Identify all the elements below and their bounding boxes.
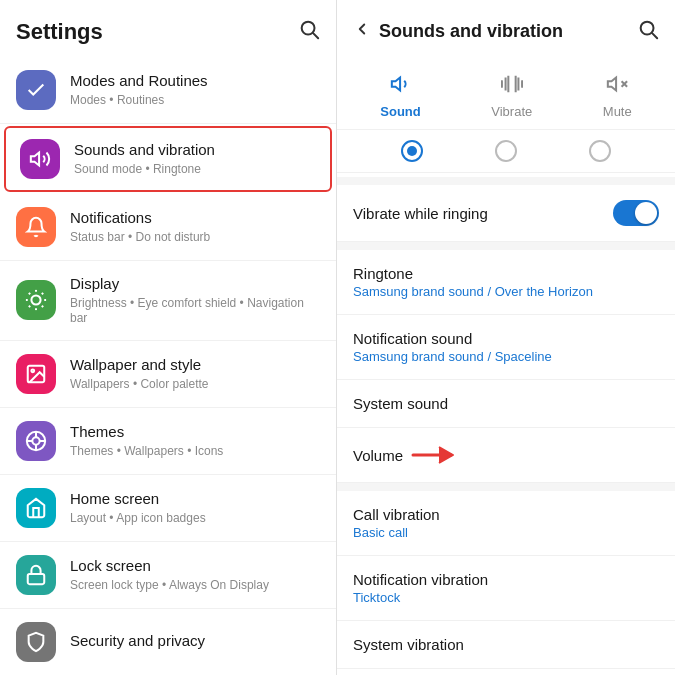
call-vibration-row[interactable]: Call vibration Basic call — [337, 491, 675, 556]
back-button[interactable] — [353, 20, 371, 43]
settings-header: Settings — [0, 0, 336, 57]
sidebar-item-themes[interactable]: Themes Themes • Wallpapers • Icons — [0, 408, 336, 475]
volume-arrow — [411, 443, 459, 467]
notifications-title: Notifications — [70, 208, 320, 228]
lock-icon — [16, 555, 56, 595]
tab-mute[interactable]: Mute — [583, 69, 652, 129]
sidebar-item-security[interactable]: Security and privacy — [0, 609, 336, 675]
home-icon — [16, 488, 56, 528]
radio-vibrate[interactable] — [495, 140, 517, 162]
sounds-subtitle: Sound mode • Ringtone — [74, 162, 316, 178]
security-title: Security and privacy — [70, 631, 320, 651]
sounds-panel-title: Sounds and vibration — [379, 21, 563, 42]
wallpaper-subtitle: Wallpapers • Color palette — [70, 377, 320, 393]
vibrate-ringing-toggle[interactable] — [613, 200, 659, 226]
svg-marker-23 — [391, 78, 399, 91]
display-title: Display — [70, 274, 320, 294]
settings-panel: Settings Modes and Routines Modes • Rout… — [0, 0, 337, 675]
notification-sound-row[interactable]: Notification sound Samsung brand sound /… — [337, 315, 675, 380]
notification-vibration-title: Notification vibration — [353, 571, 659, 588]
vibrate-ringing-label: Vibrate while ringing — [353, 205, 613, 222]
divider-1 — [337, 177, 675, 185]
system-sound-title: System sound — [353, 395, 659, 412]
security-icon — [16, 622, 56, 662]
svg-line-6 — [29, 293, 30, 294]
svg-point-13 — [31, 369, 34, 372]
svg-line-11 — [42, 293, 43, 294]
vibrate-tab-icon — [501, 73, 523, 100]
radio-sound[interactable] — [401, 140, 423, 162]
system-vibration-row[interactable]: System vibration — [337, 621, 675, 669]
sidebar-item-notifications[interactable]: Notifications Status bar • Do not distur… — [0, 194, 336, 261]
svg-line-22 — [652, 33, 657, 38]
tab-mute-label: Mute — [603, 104, 632, 119]
sidebar-item-modes[interactable]: Modes and Routines Modes • Routines — [0, 57, 336, 124]
modes-title: Modes and Routines — [70, 71, 320, 91]
themes-title: Themes — [70, 422, 320, 442]
svg-line-7 — [42, 306, 43, 307]
themes-subtitle: Themes • Wallpapers • Icons — [70, 444, 320, 460]
vibrate-while-ringing-row[interactable]: Vibrate while ringing — [337, 185, 675, 242]
radio-mute[interactable] — [589, 140, 611, 162]
sounds-search-icon[interactable] — [637, 18, 659, 45]
call-vibration-subtitle: Basic call — [353, 525, 659, 540]
notification-sound-subtitle: Samsung brand sound / Spaceline — [353, 349, 659, 364]
system-vibration-title: System vibration — [353, 636, 659, 653]
svg-rect-20 — [28, 574, 45, 584]
sounds-icon — [20, 139, 60, 179]
sidebar-item-home[interactable]: Home screen Layout • App icon badges — [0, 475, 336, 542]
notification-vibration-row[interactable]: Notification vibration Ticktock — [337, 556, 675, 621]
sidebar-item-sounds[interactable]: Sounds and vibration Sound mode • Ringto… — [4, 126, 332, 192]
themes-icon — [16, 421, 56, 461]
modes-icon — [16, 70, 56, 110]
volume-row[interactable]: Volume — [337, 428, 675, 483]
display-subtitle: Brightness • Eye comfort shield • Naviga… — [70, 296, 320, 327]
volume-title: Volume — [353, 447, 403, 464]
sounds-header: Sounds and vibration — [337, 0, 675, 57]
notifications-icon — [16, 207, 56, 247]
sidebar-item-wallpaper[interactable]: Wallpaper and style Wallpapers • Color p… — [0, 341, 336, 408]
notification-vibration-subtitle: Ticktock — [353, 590, 659, 605]
svg-point-3 — [31, 296, 40, 305]
sound-tab-icon — [390, 73, 412, 100]
sound-mode-radios — [337, 130, 675, 173]
wallpaper-title: Wallpaper and style — [70, 355, 320, 375]
divider-3 — [337, 483, 675, 491]
sidebar-item-lock[interactable]: Lock screen Screen lock type • Always On… — [0, 542, 336, 609]
tab-vibrate[interactable]: Vibrate — [471, 69, 552, 129]
sounds-title: Sounds and vibration — [74, 140, 316, 160]
ringtone-title: Ringtone — [353, 265, 659, 282]
settings-title: Settings — [16, 19, 103, 45]
lock-title: Lock screen — [70, 556, 320, 576]
ringtone-subtitle: Samsung brand sound / Over the Horizon — [353, 284, 659, 299]
svg-marker-24 — [608, 78, 616, 91]
search-icon[interactable] — [298, 18, 320, 45]
tab-sound-label: Sound — [380, 104, 420, 119]
mute-tab-icon — [606, 73, 628, 100]
lock-subtitle: Screen lock type • Always On Display — [70, 578, 320, 594]
divider-2 — [337, 242, 675, 250]
settings-list: Modes and Routines Modes • Routines Soun… — [0, 57, 336, 675]
modes-subtitle: Modes • Routines — [70, 93, 320, 109]
svg-line-10 — [29, 306, 30, 307]
home-subtitle: Layout • App icon badges — [70, 511, 320, 527]
system-sound-row[interactable]: System sound — [337, 380, 675, 428]
tab-vibrate-label: Vibrate — [491, 104, 532, 119]
home-title: Home screen — [70, 489, 320, 509]
display-icon — [16, 280, 56, 320]
ringtone-row[interactable]: Ringtone Samsung brand sound / Over the … — [337, 250, 675, 315]
call-vibration-title: Call vibration — [353, 506, 659, 523]
svg-marker-2 — [31, 153, 39, 166]
notification-sound-title: Notification sound — [353, 330, 659, 347]
svg-line-1 — [313, 33, 318, 38]
tab-sound[interactable]: Sound — [360, 69, 440, 129]
sidebar-item-display[interactable]: Display Brightness • Eye comfort shield … — [0, 261, 336, 341]
sounds-vibration-panel: Sounds and vibration Sound Vibrate Mute — [337, 0, 675, 675]
notifications-subtitle: Status bar • Do not disturb — [70, 230, 320, 246]
wallpaper-icon — [16, 354, 56, 394]
sound-mode-tabs: Sound Vibrate Mute — [337, 57, 675, 130]
svg-point-15 — [32, 437, 39, 444]
